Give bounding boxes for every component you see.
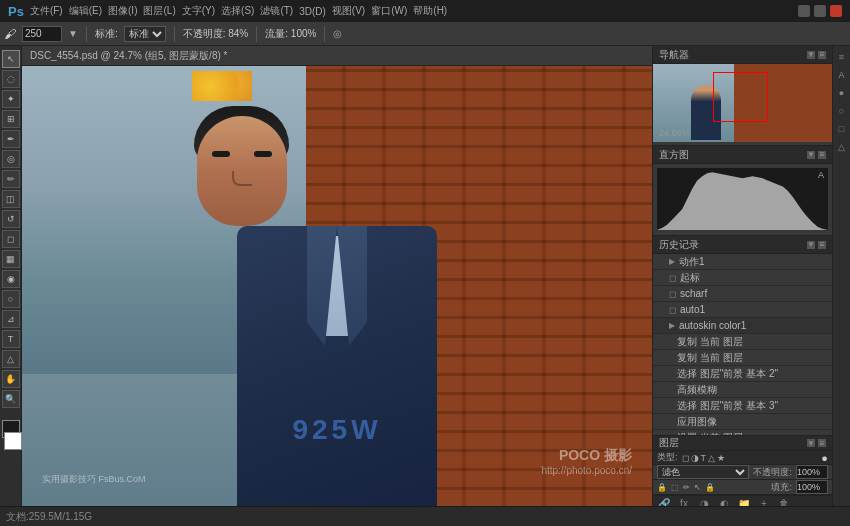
history-item-9[interactable]: 选择 图层"前景 基本 3": [653, 398, 832, 414]
tool-hand[interactable]: ✋: [2, 370, 20, 388]
histogram-menu[interactable]: ≡: [818, 151, 826, 159]
layer-filter-toggle[interactable]: ●: [821, 452, 828, 464]
history-item-7[interactable]: 选择 图层"前景 基本 2": [653, 366, 832, 382]
person-eyes: [212, 151, 272, 159]
layers-fill-options: 🔒 ⬚ ✏ ↖ 🔒 填充:: [653, 480, 832, 495]
history-item-4[interactable]: ▶ autoskin color1: [653, 318, 832, 334]
flow-label: 流量: 100%: [265, 27, 316, 41]
tool-lasso[interactable]: ◌: [2, 70, 20, 88]
mode-select[interactable]: 标准 正常: [124, 26, 166, 42]
tool-crop[interactable]: ⊞: [2, 110, 20, 128]
navigator-menu[interactable]: ≡: [818, 51, 826, 59]
opacity-input[interactable]: [796, 465, 828, 479]
tool-gradient[interactable]: ▦: [2, 250, 20, 268]
history-triangle-4: ▶: [669, 321, 675, 330]
tool-magic[interactable]: ✦: [2, 90, 20, 108]
history-item-5[interactable]: 复制 当前 图层: [653, 334, 832, 350]
strip-icon-1[interactable]: A: [835, 68, 849, 82]
navigator-viewport-box[interactable]: [713, 72, 768, 122]
menu-help[interactable]: 帮助(H): [413, 4, 447, 18]
canvas-area: DSC_4554.psd @ 24.7% (组5, 图层蒙版/8) *: [22, 46, 652, 506]
strip-icon-2[interactable]: ●: [835, 86, 849, 100]
layers-collapse[interactable]: ▼: [807, 439, 815, 447]
lock-move-icon[interactable]: ↖: [694, 483, 701, 492]
right-panel: 导航器 ▼ ≡ 24.66% 直方图 ▼ ≡: [652, 46, 832, 506]
tool-pen[interactable]: ⊿: [2, 310, 20, 328]
menu-edit[interactable]: 编辑(E): [69, 4, 102, 18]
opacity-label: 不透明度:: [753, 466, 792, 479]
maximize-button[interactable]: [814, 5, 826, 17]
tool-dodge[interactable]: ○: [2, 290, 20, 308]
navigator-collapse[interactable]: ▼: [807, 51, 815, 59]
layer-link-button[interactable]: 🔗: [657, 496, 671, 506]
menu-select[interactable]: 选择(S): [221, 4, 254, 18]
menu-layer[interactable]: 图层(L): [143, 4, 175, 18]
minimize-button[interactable]: [798, 5, 810, 17]
canvas-image-area[interactable]: 925W 实用摄影技巧 FsBus.CoM POCO 摄影 http://pho…: [22, 66, 652, 506]
layer-group-button[interactable]: 📁: [737, 496, 751, 506]
lock-transparent-icon[interactable]: ⬚: [671, 483, 679, 492]
blend-mode-select[interactable]: 滤色: [657, 465, 749, 479]
tool-text[interactable]: T: [2, 330, 20, 348]
history-item-0[interactable]: ▶ 动作1: [653, 254, 832, 270]
tool-blur[interactable]: ◉: [2, 270, 20, 288]
tool-history-brush[interactable]: ↺: [2, 210, 20, 228]
tool-stamp[interactable]: ◫: [2, 190, 20, 208]
histogram-header: 直方图 ▼ ≡: [653, 146, 832, 164]
strip-icon-4[interactable]: □: [835, 122, 849, 136]
adjust-filter-icon[interactable]: ◑: [691, 453, 699, 463]
layers-menu[interactable]: ≡: [818, 439, 826, 447]
tool-eraser[interactable]: ◻: [2, 230, 20, 248]
photo-canvas: 925W 实用摄影技巧 FsBus.CoM POCO 摄影 http://pho…: [22, 66, 652, 506]
close-button[interactable]: [830, 5, 842, 17]
tool-move[interactable]: ↖: [2, 50, 20, 68]
navigator-title: 导航器: [659, 48, 689, 62]
histogram-collapse[interactable]: ▼: [807, 151, 815, 159]
history-item-8[interactable]: 高频模糊: [653, 382, 832, 398]
tool-eyedrop[interactable]: ✒: [2, 130, 20, 148]
menu-file[interactable]: 文件(F): [30, 4, 63, 18]
pixel-filter-icon[interactable]: ◻: [682, 453, 689, 463]
history-item-2[interactable]: ◻ scharf: [653, 286, 832, 302]
history-item-1[interactable]: ◻ 起标: [653, 270, 832, 286]
history-label-0: 动作1: [679, 255, 705, 269]
layer-adjustment-button[interactable]: ◐: [717, 496, 731, 506]
history-item-3[interactable]: ◻ auto1: [653, 302, 832, 318]
airbrush-icon[interactable]: ◎: [333, 28, 342, 39]
strip-icon-3[interactable]: ○: [835, 104, 849, 118]
layers-blend-options: 滤色 不透明度:: [653, 465, 832, 480]
lock-all-icon[interactable]: 🔒: [705, 483, 715, 492]
layer-delete-button[interactable]: 🗑: [777, 496, 791, 506]
history-collapse[interactable]: ▼: [807, 241, 815, 249]
menu-view[interactable]: 视图(V): [332, 4, 365, 18]
brush-size-input[interactable]: [22, 26, 62, 42]
tool-spot[interactable]: ◎: [2, 150, 20, 168]
lock-pixel-icon[interactable]: ✏: [683, 483, 690, 492]
history-label-6: 复制 当前 图层: [677, 351, 743, 365]
history-item-6[interactable]: 复制 当前 图层: [653, 350, 832, 366]
tool-zoom[interactable]: 🔍: [2, 390, 20, 408]
history-label-5: 复制 当前 图层: [677, 335, 743, 349]
navigator-thumbnail[interactable]: 24.66%: [653, 64, 832, 142]
strip-icon-5[interactable]: △: [835, 140, 849, 154]
text-filter-icon[interactable]: T: [701, 453, 707, 463]
fill-input[interactable]: [796, 480, 828, 494]
menu-image[interactable]: 图像(I): [108, 4, 137, 18]
background-color[interactable]: [4, 432, 22, 450]
tool-brush[interactable]: ✏: [2, 170, 20, 188]
history-item-10[interactable]: 应用图像: [653, 414, 832, 430]
smart-filter-icon[interactable]: ★: [717, 453, 725, 463]
layer-fx-button[interactable]: fx: [677, 496, 691, 506]
menu-3d[interactable]: 3D(D): [299, 6, 326, 17]
layer-mask-button[interactable]: ◑: [697, 496, 711, 506]
window-controls: [798, 5, 842, 17]
shape-filter-icon[interactable]: △: [708, 453, 715, 463]
tool-path[interactable]: △: [2, 350, 20, 368]
history-menu[interactable]: ≡: [818, 241, 826, 249]
menu-text[interactable]: 文字(Y): [182, 4, 215, 18]
menu-window[interactable]: 窗口(W): [371, 4, 407, 18]
layer-new-button[interactable]: +: [757, 496, 771, 506]
divider-1: [86, 26, 87, 42]
strip-icon-0[interactable]: ≡: [835, 50, 849, 64]
menu-filter[interactable]: 滤镜(T): [260, 4, 293, 18]
